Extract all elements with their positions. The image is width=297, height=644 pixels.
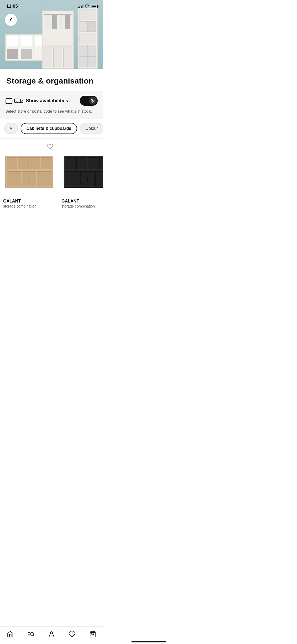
availability-left: Show availabilities (5, 98, 68, 104)
filter-chip-review[interactable]: v (4, 123, 18, 134)
status-icons (78, 4, 98, 9)
availability-section: Show availabilities Select store or post… (0, 91, 103, 119)
signal-icon (78, 5, 83, 8)
filter-row: v Cabinets & cupboards Colour (0, 119, 103, 139)
product-card-galant-light[interactable]: GALANT storage combination (0, 139, 58, 213)
page-title: Storage & organisation (6, 76, 97, 86)
availability-label: Show availabilities (26, 98, 68, 104)
product-info-2: GALANT storage combination (62, 199, 103, 208)
delivery-icon (14, 98, 23, 103)
availability-icons (5, 98, 23, 104)
availability-desc: Select store or postal code to see what'… (5, 108, 98, 114)
product-brand-2: GALANT (62, 199, 103, 204)
tower-right (78, 8, 98, 69)
galant-dark-visual (64, 156, 103, 188)
product-brand-1: GALANT (3, 199, 55, 204)
kallax-shelf (5, 34, 48, 61)
toggle-knob (89, 97, 97, 105)
product-info-1: GALANT storage combination (3, 199, 55, 208)
back-button[interactable] (5, 14, 17, 26)
galant-light-visual (5, 156, 53, 188)
status-time: 11:05 (6, 4, 18, 9)
product-grid: GALANT storage combination (0, 139, 103, 213)
svg-rect-0 (6, 100, 12, 103)
product-desc-1: storage combination (3, 204, 55, 208)
store-icon (5, 98, 13, 104)
status-bar: 11:05 (0, 0, 103, 11)
wifi-icon (84, 4, 89, 9)
wishlist-button-1[interactable] (45, 142, 55, 151)
wardrobe-center (42, 11, 74, 69)
svg-rect-2 (15, 99, 20, 102)
svg-rect-1 (8, 101, 10, 103)
page-title-section: Storage & organisation (0, 69, 103, 91)
battery-icon (91, 5, 98, 8)
filter-chip-cabinets[interactable]: Cabinets & cupboards (21, 123, 77, 134)
availability-toggle[interactable] (80, 96, 98, 106)
product-card-galant-dark[interactable]: GALANT storage combination (58, 139, 103, 213)
product-image-2 (62, 143, 103, 199)
product-desc-2: storage combination (62, 204, 103, 208)
filter-chip-colour[interactable]: Colour (80, 123, 103, 134)
availability-header: Show availabilities (5, 96, 98, 106)
